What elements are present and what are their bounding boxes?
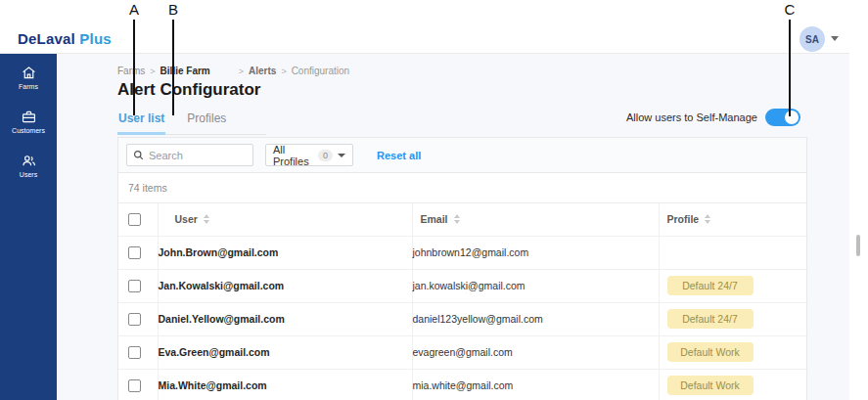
user-name: Daniel.Yellow@gmail.com — [158, 302, 412, 335]
toolbar: All Profiles 0 Reset all — [118, 138, 806, 173]
sidebar-item-users[interactable]: Users — [0, 151, 57, 180]
breadcrumb-configuration: Configuration — [292, 66, 349, 76]
search-box — [126, 144, 253, 166]
profile-badge: Default 24/7 — [667, 276, 754, 295]
vertical-scrollbar[interactable] — [856, 235, 860, 256]
avatar-menu-caret-icon[interactable] — [831, 36, 839, 41]
user-name: Eva.Green@gmail.com — [158, 335, 412, 369]
right-gutter — [849, 0, 868, 400]
annotation-label-a: A — [126, 1, 142, 18]
breadcrumb: Farms > Billie Farm > Alerts > Configura… — [117, 66, 349, 76]
annotation-line-c — [789, 20, 791, 116]
delaval-plus-logo: DeLaval Plus — [18, 30, 112, 47]
user-list-panel: All Profiles 0 Reset all 74 items User — [117, 137, 807, 400]
user-email: daniel123yellow@gmail.com — [412, 302, 659, 335]
profile-badge: Default 24/7 — [667, 309, 754, 329]
users-table: User Email Profile — [118, 203, 808, 400]
breadcrumb-separator: > — [150, 67, 155, 76]
profiles-filter-dropdown[interactable]: All Profiles 0 — [265, 144, 353, 166]
reset-all-button[interactable]: Reset all — [377, 150, 421, 161]
row-checkbox[interactable] — [128, 280, 141, 292]
table-row: Jan.Kowalski@gmail.com jan.kowalski@gmai… — [118, 269, 808, 302]
briefcase-icon — [21, 109, 37, 125]
self-manage-label: Allow users to Self-Manage — [626, 111, 757, 123]
table-row: Eva.Green@gmail.com evagreen@gmail.com D… — [118, 335, 808, 369]
user-email: evagreen@gmail.com — [412, 335, 659, 369]
annotation-line-a — [133, 20, 135, 115]
column-header-label: Email — [421, 213, 448, 225]
sidebar-item-label: Customers — [12, 127, 45, 134]
items-count: 74 items — [118, 173, 806, 203]
table-header-row: User Email Profile — [118, 203, 808, 236]
page-title: Alert Configurator — [117, 80, 260, 100]
breadcrumb-alerts[interactable]: Alerts — [249, 66, 276, 76]
table-row: Mia.White@gmail.com mia.white@gmail.com … — [118, 369, 808, 400]
user-name: Jan.Kowalski@gmail.com — [158, 269, 412, 302]
sidebar-item-farms[interactable]: Farms — [0, 63, 57, 92]
search-input[interactable] — [149, 150, 247, 161]
logo-accent-text: Plus — [79, 30, 111, 47]
farm-icon — [21, 65, 37, 81]
row-checkbox[interactable] — [128, 313, 141, 326]
breadcrumb-farms[interactable]: Farms — [117, 66, 145, 76]
sidebar-item-customers[interactable]: Customers — [0, 107, 57, 136]
annotation-label-c: C — [782, 1, 798, 18]
user-email: johnbrown12@gmail.com — [412, 236, 659, 269]
tab-bar: User list Profiles — [117, 108, 266, 135]
toggle-knob — [785, 111, 799, 124]
annotation-line-b — [172, 20, 174, 115]
sort-icon — [705, 214, 710, 224]
profile-badge: Default Work — [667, 342, 754, 362]
row-checkbox[interactable] — [128, 246, 141, 259]
profiles-filter-count-badge: 0 — [318, 150, 333, 161]
users-icon — [21, 153, 37, 169]
search-icon — [133, 150, 144, 160]
self-manage-toggle[interactable] — [765, 109, 800, 126]
breadcrumb-separator: > — [239, 67, 244, 76]
sort-icon — [454, 214, 460, 224]
row-checkbox[interactable] — [128, 379, 141, 392]
chevron-down-icon — [338, 154, 345, 157]
user-name: John.Brown@gmail.com — [158, 236, 412, 269]
sidebar-item-label: Users — [20, 171, 37, 178]
column-header-label: User — [175, 213, 198, 225]
sidebar: Farms Customers Users — [0, 54, 57, 400]
annotation-label-b: B — [165, 1, 181, 18]
main-content: Farms > Billie Farm > Alerts > Configura… — [57, 54, 849, 400]
profiles-filter-label: All Profiles — [273, 144, 313, 167]
select-all-checkbox[interactable] — [128, 213, 141, 226]
column-header-profile[interactable]: Profile — [660, 213, 809, 225]
column-header-email[interactable]: Email — [413, 213, 659, 225]
logo-primary-text: DeLaval — [18, 30, 75, 47]
breadcrumb-farm-name[interactable]: Billie Farm — [160, 66, 210, 76]
user-name: Mia.White@gmail.com — [158, 369, 412, 400]
table-row: Daniel.Yellow@gmail.com daniel123yellow@… — [118, 302, 808, 335]
sidebar-item-label: Farms — [19, 83, 38, 90]
table-row: John.Brown@gmail.com johnbrown12@gmail.c… — [118, 236, 808, 269]
column-header-label: Profile — [667, 213, 700, 225]
user-email: jan.kowalski@gmail.com — [412, 269, 659, 302]
user-email: mia.white@gmail.com — [412, 369, 659, 400]
column-header-user[interactable]: User — [159, 213, 412, 225]
self-manage-control: Allow users to Self-Manage — [626, 109, 800, 126]
row-checkbox[interactable] — [128, 346, 141, 359]
tab-profiles[interactable]: Profiles — [186, 108, 227, 134]
avatar[interactable]: SA — [799, 26, 825, 52]
breadcrumb-separator: > — [281, 67, 286, 76]
sort-icon — [204, 214, 209, 224]
tab-user-list[interactable]: User list — [117, 108, 165, 135]
profile-badge: Default Work — [667, 376, 754, 395]
